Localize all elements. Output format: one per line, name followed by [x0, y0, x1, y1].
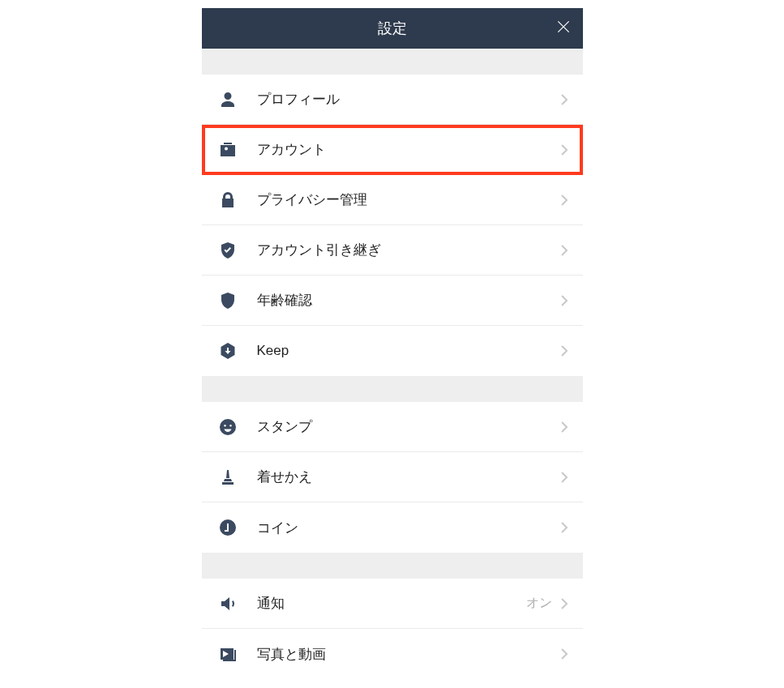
chevron-right-icon	[560, 521, 568, 534]
brush-icon	[216, 466, 239, 489]
settings-row-themes[interactable]: 着せかえ	[202, 452, 583, 502]
header-bar: 設定	[202, 8, 583, 49]
settings-screen: 設定 プロフィール アカウント プライバシー管理	[202, 8, 583, 679]
section-gap	[202, 553, 583, 579]
chevron-right-icon	[560, 344, 568, 357]
close-button[interactable]	[554, 19, 573, 38]
row-label: アカウント引き継ぎ	[257, 241, 560, 259]
speaker-icon	[216, 592, 239, 615]
id-card-icon	[216, 139, 239, 161]
badge-person-icon	[216, 289, 239, 312]
settings-section: プロフィール アカウント プライバシー管理 アカウント引き継ぎ	[202, 75, 583, 376]
settings-row-account[interactable]: アカウント	[202, 125, 583, 175]
row-label: 通知	[257, 594, 526, 613]
row-label: 年齢確認	[257, 291, 560, 310]
section-gap	[202, 49, 583, 75]
chevron-right-icon	[560, 647, 568, 660]
settings-row-coin[interactable]: コイン	[202, 502, 583, 553]
settings-section: 通知 オン 写真と動画	[202, 579, 583, 679]
shield-check-icon	[216, 239, 239, 262]
media-icon	[216, 643, 239, 665]
download-hex-icon	[216, 340, 239, 362]
settings-row-transfer[interactable]: アカウント引き継ぎ	[202, 225, 583, 276]
lock-icon	[216, 189, 239, 212]
row-label: 着せかえ	[257, 468, 560, 486]
chevron-right-icon	[560, 421, 568, 434]
person-icon	[216, 88, 239, 111]
section-gap	[202, 376, 583, 402]
settings-row-media[interactable]: 写真と動画	[202, 629, 583, 679]
settings-row-privacy[interactable]: プライバシー管理	[202, 175, 583, 225]
chevron-right-icon	[560, 244, 568, 257]
chevron-right-icon	[560, 93, 568, 106]
settings-row-age[interactable]: 年齢確認	[202, 276, 583, 326]
row-label: スタンプ	[257, 417, 560, 436]
chevron-right-icon	[560, 294, 568, 307]
settings-row-keep[interactable]: Keep	[202, 326, 583, 376]
chevron-right-icon	[560, 471, 568, 484]
row-label: プロフィール	[257, 90, 560, 109]
row-label: アカウント	[257, 140, 560, 159]
coin-icon	[216, 516, 239, 539]
chevron-right-icon	[560, 597, 568, 610]
row-value: オン	[526, 595, 552, 612]
close-icon	[555, 19, 572, 39]
chevron-right-icon	[560, 143, 568, 156]
smile-icon	[216, 416, 239, 438]
row-label: プライバシー管理	[257, 190, 560, 209]
chevron-right-icon	[560, 194, 568, 207]
header-title: 設定	[378, 19, 407, 38]
settings-section: スタンプ 着せかえ コイン	[202, 402, 583, 553]
settings-row-notifications[interactable]: 通知 オン	[202, 579, 583, 629]
row-label: 写真と動画	[257, 645, 560, 664]
settings-row-stamps[interactable]: スタンプ	[202, 402, 583, 452]
settings-row-profile[interactable]: プロフィール	[202, 75, 583, 125]
row-label: コイン	[257, 519, 560, 537]
row-label: Keep	[257, 343, 560, 359]
